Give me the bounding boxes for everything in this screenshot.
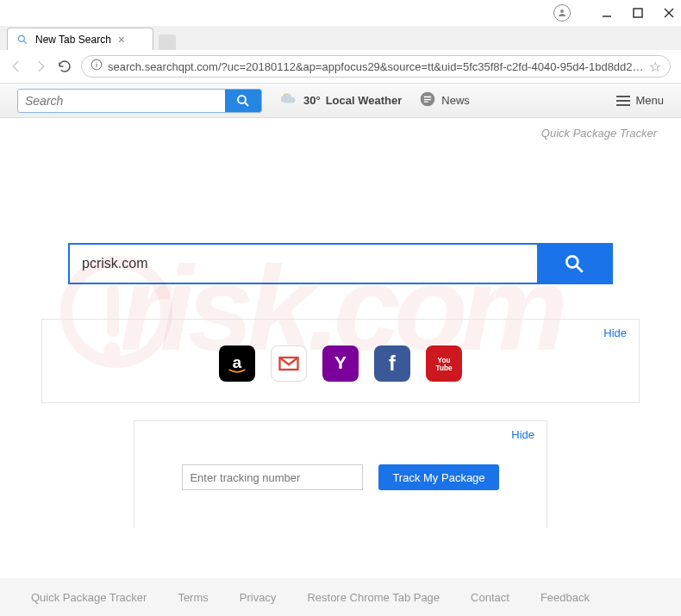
maximize-button[interactable] — [633, 8, 643, 18]
svg-point-9 — [96, 61, 97, 62]
toolbar-search-button[interactable] — [225, 90, 261, 112]
minimize-button[interactable] — [602, 8, 612, 18]
svg-text:You: You — [438, 357, 451, 364]
url-text: search.searchqpt.com/?uc=20180112&ap=app… — [108, 60, 644, 73]
news-label: News — [441, 94, 470, 107]
svg-line-18 — [577, 266, 583, 272]
back-button[interactable] — [9, 59, 24, 74]
svg-rect-16 — [424, 102, 428, 103]
page-toolbar: 30° Local Weather News Menu — [0, 84, 681, 118]
svg-line-11 — [245, 103, 248, 106]
weather-label: Local Weather — [326, 94, 403, 107]
tracking-hide-link[interactable]: Hide — [511, 428, 534, 441]
youtube-icon[interactable]: YouTube — [426, 345, 462, 382]
reload-button[interactable] — [57, 59, 72, 74]
svg-point-17 — [566, 256, 578, 267]
facebook-icon[interactable]: f — [374, 345, 410, 382]
toolbar-search — [17, 89, 262, 113]
hamburger-icon — [616, 96, 630, 106]
weather-temp: 30° — [303, 94, 321, 107]
footer-link[interactable]: Contact — [471, 591, 509, 604]
footer-link[interactable]: Quick Package Tracker — [31, 591, 147, 604]
footer-link[interactable]: Restore Chrome Tab Page — [307, 591, 440, 604]
footer: Quick Package Tracker Terms Privacy Rest… — [0, 578, 681, 616]
main-search-button[interactable] — [537, 245, 611, 283]
svg-rect-14 — [424, 96, 431, 98]
amazon-icon[interactable]: a — [219, 345, 255, 382]
toolbar-menu[interactable]: Menu — [616, 94, 664, 107]
footer-link[interactable]: Terms — [178, 591, 208, 604]
url-input[interactable]: search.searchqpt.com/?uc=20180112&ap=app… — [81, 55, 671, 78]
main-search-input[interactable] — [70, 245, 537, 283]
profile-avatar-icon[interactable] — [553, 4, 571, 22]
tab-close-icon[interactable]: × — [118, 33, 125, 47]
tab-bar: New Tab Search × — [0, 26, 681, 50]
svg-rect-2 — [634, 9, 642, 17]
quicklinks-hide-link[interactable]: Hide — [603, 327, 627, 339]
toolbar-weather[interactable]: 30° Local Weather — [279, 90, 402, 111]
svg-rect-15 — [424, 99, 431, 100]
info-icon[interactable] — [91, 59, 103, 74]
main-search — [68, 243, 613, 284]
svg-text:f: f — [389, 352, 396, 375]
gmail-icon[interactable] — [271, 345, 307, 382]
search-icon — [16, 34, 28, 46]
weather-icon — [279, 90, 298, 111]
footer-link[interactable]: Feedback — [540, 591, 590, 604]
bookmark-star-icon[interactable]: ☆ — [649, 59, 661, 75]
svg-text:Y: Y — [334, 352, 347, 372]
forward-button[interactable] — [33, 59, 48, 74]
tracking-box: Hide Track My Package — [134, 420, 547, 528]
yahoo-icon[interactable]: Y — [322, 345, 359, 382]
brand-label: Quick Package Tracker — [24, 127, 657, 140]
tracking-input[interactable] — [182, 464, 363, 490]
track-package-button[interactable]: Track My Package — [378, 464, 498, 490]
svg-line-6 — [23, 40, 27, 44]
toolbar-search-input[interactable] — [18, 90, 225, 112]
toolbar-news[interactable]: News — [419, 90, 470, 110]
close-button[interactable] — [664, 8, 674, 18]
address-bar: search.searchqpt.com/?uc=20180112&ap=app… — [0, 50, 681, 83]
svg-point-0 — [560, 9, 564, 13]
quicklinks-box: Hide a Y f YouTube — [41, 319, 640, 403]
browser-tab[interactable]: New Tab Search × — [7, 28, 153, 50]
svg-point-10 — [238, 96, 246, 103]
svg-text:Tube: Tube — [436, 364, 453, 372]
tab-title: New Tab Search — [35, 34, 111, 46]
menu-label: Menu — [635, 94, 664, 107]
news-icon — [419, 90, 436, 110]
svg-text:a: a — [233, 353, 242, 371]
new-tab-button[interactable] — [159, 34, 176, 50]
footer-link[interactable]: Privacy — [240, 591, 277, 604]
